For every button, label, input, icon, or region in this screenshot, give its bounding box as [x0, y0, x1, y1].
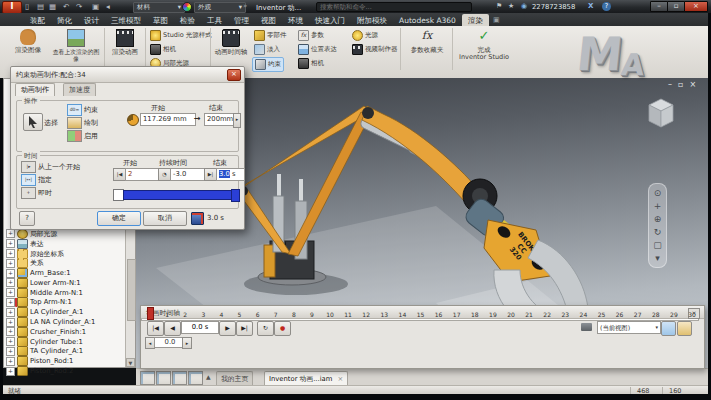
expand-icon[interactable]: + [6, 229, 15, 238]
expand-icon[interactable]: + [6, 357, 15, 366]
expand-icon[interactable]: + [6, 318, 15, 327]
finish-inventor-studio-button[interactable]: ✓ 完成 Inventor Studio [456, 28, 512, 61]
navbar-more-icon[interactable]: ▾ [655, 253, 660, 263]
ribbon-tab-14[interactable]: 渲染 [462, 14, 489, 26]
new-file-icon[interactable]: ▯ [25, 2, 30, 11]
tab-document[interactable]: Inventor 动画...iam × [264, 371, 348, 386]
expand-icon[interactable]: + [6, 278, 15, 287]
ribbon-tab-9[interactable]: 视图 [255, 14, 282, 26]
signin-flag-icon[interactable]: ⚑ [496, 2, 502, 10]
tree-item[interactable]: +Lower Arm-N:1 [6, 278, 125, 288]
tree-item[interactable]: +LA NA Cylinder_A:1 [6, 317, 125, 327]
zoom-icon[interactable]: ⊕ [654, 214, 662, 224]
ribbon-tab-8[interactable]: 管理 [228, 14, 255, 26]
doc-minimize-button[interactable]: – [668, 80, 678, 89]
time-end-field[interactable]: 3.0 s [216, 168, 245, 181]
slider-end-cap[interactable] [231, 189, 240, 202]
expand-icon[interactable]: + [6, 327, 15, 336]
tree-item[interactable]: +表达 [6, 239, 125, 249]
expand-icon[interactable]: + [6, 367, 15, 376]
tabbar-up-icon[interactable]: ▲ [206, 373, 211, 380]
cascade-layout-icon[interactable] [156, 371, 171, 385]
tree-item[interactable]: +LA Cylinder_A:1 [6, 307, 125, 317]
lights-button[interactable]: 光源 [350, 29, 380, 42]
undo-icon[interactable]: ↶ [63, 2, 70, 11]
qat-overflow-icon[interactable]: » [243, 2, 247, 10]
ribbon-tab-10[interactable]: 环境 [282, 14, 309, 26]
ribbon-tab-12[interactable]: 附加模块 [351, 14, 393, 26]
scroll-thumb[interactable] [127, 259, 136, 321]
open-icon[interactable]: ▤ [37, 2, 45, 11]
redo-icon[interactable]: ↷ [76, 2, 83, 11]
scroll-down-icon[interactable]: ▼ [126, 358, 135, 367]
record-button[interactable]: ● [274, 321, 291, 336]
go-to-end-button[interactable]: ▶| [236, 321, 253, 336]
ribbon-tab-5[interactable]: 草图 [147, 14, 174, 26]
tree-item[interactable]: +Piston_Rod:1 [6, 356, 125, 366]
expand-icon[interactable]: + [6, 269, 15, 278]
enable-row-icon[interactable] [67, 130, 82, 142]
timeline-options-button[interactable] [677, 321, 692, 336]
ribbon-tab-2[interactable]: 简化 [51, 14, 78, 26]
dialog-titlebar[interactable]: 约束动画制作:配合:34 × [11, 67, 244, 83]
ribbon-minimize-icon[interactable]: ▣ [493, 15, 500, 26]
action-start-field[interactable]: 117.269 mm [140, 113, 196, 126]
constraints-button[interactable]: 约束 [252, 57, 284, 72]
vertical-layout-icon[interactable] [188, 371, 203, 385]
horizontal-layout-icon[interactable] [172, 371, 187, 385]
tree-item[interactable]: +原始坐标系 [6, 249, 125, 259]
expand-icon[interactable]: + [6, 288, 15, 297]
specify-icon[interactable]: |↔| [21, 174, 36, 186]
loop-button[interactable]: ↻ [257, 321, 274, 336]
select-button[interactable] [23, 113, 43, 131]
components-button[interactable]: 零部件 [252, 29, 289, 42]
sketch-icon[interactable]: ▣ [92, 2, 100, 11]
tree-item[interactable]: +TA Cylinder_A:1 [6, 347, 125, 357]
camera-button[interactable]: 相机 [148, 43, 178, 56]
go-to-start-button[interactable]: |◀ [147, 321, 164, 336]
close-button[interactable]: × [684, 1, 708, 12]
tree-item[interactable]: +Crusher_Finish:1 [6, 327, 125, 337]
slider-track[interactable] [123, 190, 233, 200]
tree-item[interactable]: +关系 [6, 258, 125, 268]
camera-anim-button[interactable]: 相机 [296, 57, 326, 70]
pan-icon[interactable]: + [654, 201, 662, 211]
ribbon-tab-1[interactable]: 装配 [24, 14, 51, 26]
ribbon-tab-11[interactable]: 快速入门 [309, 14, 351, 26]
view-dropdown[interactable]: (当前视图)▾ [597, 321, 661, 334]
step-back-button[interactable]: ◀ [164, 321, 181, 336]
appearance-wheel-icon[interactable] [182, 2, 192, 12]
orbit-icon[interactable]: ↻ [654, 227, 662, 237]
user-id[interactable]: 2278723858 [532, 3, 575, 11]
expand-icon[interactable]: + [6, 298, 15, 307]
expand-icon[interactable]: + [6, 337, 15, 346]
ok-button[interactable]: 确定 [97, 211, 141, 226]
tree-item[interactable]: +局部光源 [6, 229, 125, 239]
tree-item[interactable]: +Piston_Rod:2 [6, 366, 125, 376]
tab-close-icon[interactable]: × [338, 375, 344, 383]
video-producer-button[interactable]: 视频制作器 [350, 43, 400, 56]
minimize-button[interactable]: – [650, 1, 668, 12]
search-input[interactable] [316, 2, 472, 12]
end-spinner-icon[interactable]: ▸ [233, 113, 241, 128]
return-icon[interactable]: ◂ [106, 2, 111, 11]
animation-length-icon[interactable] [191, 212, 204, 225]
parameters-button[interactable]: fx 参数 [296, 29, 326, 42]
favorites-star-icon[interactable]: ★ [508, 2, 514, 10]
dialog-tab-animate[interactable]: 动画制作 [15, 83, 55, 96]
playhead-marker[interactable] [147, 307, 154, 320]
time-start-field[interactable]: 2 [125, 168, 159, 181]
tree-item[interactable]: +Arm_Base:1 [6, 268, 125, 278]
tile-layout-icon[interactable] [140, 371, 155, 385]
appearance-dropdown[interactable]: 外观▾ [194, 2, 246, 13]
expand-editor-button[interactable] [661, 321, 676, 336]
viewcube[interactable] [641, 92, 681, 132]
constraint-row-icon[interactable]: d0= [67, 104, 82, 116]
doc-restore-button[interactable]: ▫ [678, 80, 689, 89]
doc-close-button[interactable]: × [689, 80, 702, 89]
ribbon-tab-13[interactable]: Autodesk A360 [393, 14, 462, 26]
dialog-close-icon[interactable]: × [227, 69, 241, 81]
cancel-button[interactable]: 取消 [143, 211, 187, 226]
tree-item[interactable]: +Middle Arm-N:1 [6, 288, 125, 298]
help-icon[interactable]: ? [602, 2, 611, 11]
